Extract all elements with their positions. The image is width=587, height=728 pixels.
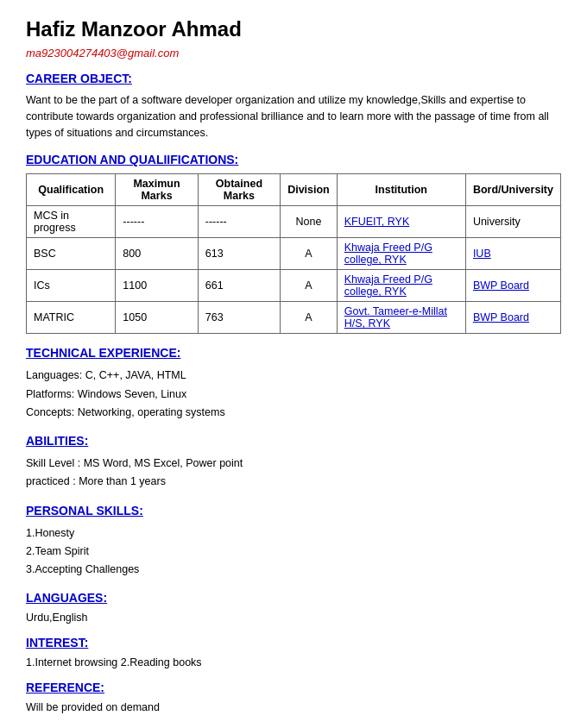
col-board: Bord/University xyxy=(465,174,560,206)
table-cell: 1050 xyxy=(116,302,198,334)
table-cell: 800 xyxy=(116,238,198,270)
table-cell: MCS in progress xyxy=(27,206,116,238)
table-row: MCS in progress------------NoneKFUEIT, R… xyxy=(27,206,561,238)
abilities-title: ABILITIES: xyxy=(26,434,561,448)
table-cell: A xyxy=(281,238,338,270)
abilities-skill-level: Skill Level : MS Word, MS Excel, Power p… xyxy=(26,455,561,473)
table-cell: 1100 xyxy=(116,270,198,302)
page-title: Hafiz Manzoor Ahmad xyxy=(26,17,561,41)
education-table: Qualification Maximun Marks Obtained Mar… xyxy=(26,173,561,334)
skill-item: 2.Team Spirit xyxy=(26,543,561,561)
table-cell: Khwaja Freed P/G college, RYK xyxy=(337,270,465,302)
table-cell: ------ xyxy=(198,206,280,238)
abilities-practiced: practiced : More than 1 years xyxy=(26,473,561,491)
col-obtained-marks: Obtained Marks xyxy=(198,174,280,206)
table-cell: BWP Board xyxy=(465,270,560,302)
table-cell: BWP Board xyxy=(465,302,560,334)
career-text: Want to be the part of a software develo… xyxy=(26,92,561,141)
table-cell: 661 xyxy=(198,270,280,302)
col-division: Division xyxy=(281,174,338,206)
skill-item: 1.Honesty xyxy=(26,524,561,543)
table-cell: University xyxy=(465,206,560,238)
languages-text: Urdu,English xyxy=(26,612,561,624)
col-max-marks: Maximun Marks xyxy=(116,174,198,206)
table-cell: A xyxy=(281,270,338,302)
reference-text: Will be provided on demand xyxy=(26,701,561,713)
table-cell: 763 xyxy=(198,302,280,334)
table-cell: ------ xyxy=(116,206,198,238)
skills-list: 1.Honesty2.Team Spirit3.Accepting Challe… xyxy=(26,524,561,580)
personal-skills-title: PERSONAL SKILLS: xyxy=(26,504,561,518)
tech-languages: Languages: C, C++, JAVA, HTML xyxy=(26,367,561,385)
table-cell: BSC xyxy=(27,238,116,270)
table-row: BSC800613AKhwaja Freed P/G college, RYKI… xyxy=(27,238,561,270)
col-institution: Institution xyxy=(337,174,465,206)
languages-title: LANGUAGES: xyxy=(26,591,561,605)
interest-title: INTEREST: xyxy=(26,636,561,650)
email: ma923004274403@gmail.com xyxy=(26,47,561,60)
table-header-row: Qualification Maximun Marks Obtained Mar… xyxy=(27,174,561,206)
table-cell: None xyxy=(281,206,338,238)
table-cell: 613 xyxy=(198,238,280,270)
table-cell: A xyxy=(281,302,338,334)
table-cell: KFUEIT, RYK xyxy=(337,206,465,238)
reference-title: REFERENCE: xyxy=(26,681,561,694)
tech-platforms: Platforms: Windows Seven, Linux xyxy=(26,386,561,404)
col-qualification: Qualification xyxy=(27,174,116,206)
table-cell: ICs xyxy=(27,270,116,302)
skill-item: 3.Accepting Challenges xyxy=(26,561,561,579)
table-cell: Govt. Tameer-e-Millat H/S, RYK xyxy=(337,302,465,334)
table-cell: IUB xyxy=(465,238,560,270)
technical-title: TECHNICAL EXPERIENCE: xyxy=(26,346,561,360)
career-title: CAREER OBJECT: xyxy=(26,72,561,85)
interest-text: 1.Internet browsing 2.Reading books xyxy=(26,656,561,668)
table-row: ICs1100661AKhwaja Freed P/G college, RYK… xyxy=(27,270,561,302)
table-row: MATRIC1050763AGovt. Tameer-e-Millat H/S,… xyxy=(27,302,561,334)
table-cell: MATRIC xyxy=(27,302,116,334)
tech-concepts: Concepts: Networking, operating systems xyxy=(26,404,561,422)
education-title: EDUCATION AND QUALIIFICATIONS: xyxy=(26,153,561,166)
table-cell: Khwaja Freed P/G college, RYK xyxy=(337,238,465,270)
